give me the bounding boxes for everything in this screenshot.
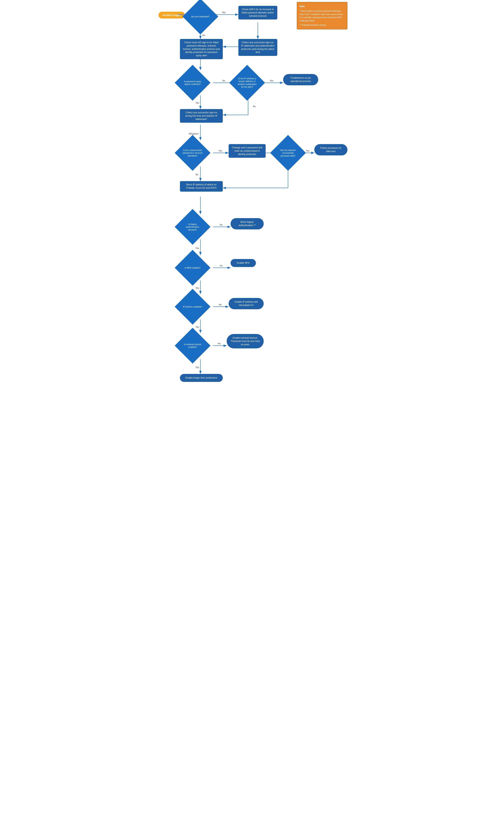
troubleshoot-box: Troubleshoot as per operational process (283, 74, 318, 85)
yes-label-compromised: Yes (219, 150, 222, 152)
check-adfs-box: Check ADFS for an increase in failed pas… (238, 6, 277, 19)
note-line-2: ** Potential business impact (300, 23, 345, 27)
enable-longer-box: Enable longer term protections (180, 374, 223, 382)
compromised-diamond: Is the compromised password or account i… (180, 140, 205, 166)
yes-label-attacker: Yes (306, 150, 309, 152)
collect-signins-box: Collect any successful sign-ins, IP addr… (238, 39, 277, 56)
check-azure-box: Check Azure AD sign-in for failed passwo… (180, 39, 223, 59)
mitigation-label: Mitigation (189, 132, 199, 135)
enable-mfa-box: Enable MFA (231, 259, 256, 267)
yes-label-spray: Yes (196, 102, 199, 104)
block-legacy-box: Block legacy authentication ** (231, 218, 264, 229)
no-label-legacy: No (220, 224, 223, 226)
follow-procedure-box: Follow procedure for data loss (314, 144, 347, 155)
yes-label-mfa: Yes (196, 287, 199, 289)
enable-extranet-box: Enable extranet lockout. Threshold must … (227, 334, 264, 348)
no-label-ip-policies: No (219, 303, 222, 306)
no-label-spray: No (222, 79, 225, 82)
ip-policies-diamond: IP policies enabled? (180, 294, 205, 319)
yes-label-extranet: Yes (196, 366, 199, 368)
password-spray-diamond: Is password spray attack confimed? (180, 70, 205, 95)
attacker-accessed-diamond: Has the attacker successfully accessed d… (275, 140, 301, 166)
yes-label-federated: Yes (222, 11, 226, 14)
ip-known-diamond: Is the IP address a known address or ano… (234, 70, 260, 95)
change-password-box: Change user's password and mark as compr… (229, 144, 266, 158)
federated-diamond: Are you federated? (188, 4, 213, 29)
no-label-extranet: No (218, 342, 221, 345)
yes-label-legacy: Yes (196, 247, 199, 249)
mfa-enabled-diamond: Is MFA enabled? (180, 255, 205, 280)
no-label-compromised: No (196, 173, 198, 176)
no-label-mfa: No (220, 264, 223, 267)
note-line-1: * Must locate successful password attemp… (300, 9, 345, 22)
enable-ip-box: Enable IP policies and risk-based CA (229, 298, 264, 309)
incident-trigger: Incident trigger (159, 12, 185, 19)
note-title: Note (300, 5, 345, 8)
no-label-federated: No (202, 34, 205, 36)
yes-label-ip: Yes (270, 79, 273, 82)
collect-attacker-box: Collect any successful sign-ins during t… (180, 109, 223, 123)
no-label-ip: No (253, 105, 256, 107)
extranet-lockout-diamond: Is extranet lockout enabled? (180, 333, 205, 358)
block-ip-box: Block IP address of attack on Firewall, … (180, 181, 223, 192)
note-box: Note * Must locate successful password a… (297, 2, 347, 29)
legacy-blocked-diamond: Is legacy authentication blocked? (180, 214, 205, 240)
yes-label-ip-policies: Yes (196, 326, 199, 328)
